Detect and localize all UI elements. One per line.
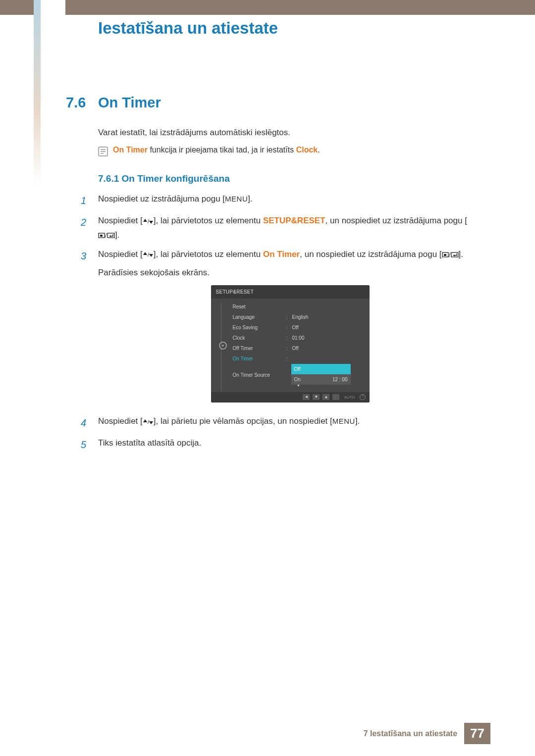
osd-popup-time: 12 : 00 — [332, 375, 348, 384]
svg-text:/: / — [148, 218, 150, 224]
svg-text:/: / — [449, 252, 451, 258]
osd-footer: ◄ ▼ ▲ ► AUTO — [211, 392, 370, 403]
note-kw-ontimer: On Timer — [113, 146, 148, 154]
osd-item-reset: Reset — [233, 302, 286, 311]
step-number: 2 — [81, 214, 98, 231]
intro-text: Varat iestatīt, lai izstrādājums automāt… — [98, 128, 290, 138]
osd-popup-on: On — [294, 375, 301, 384]
svg-marker-4 — [143, 219, 147, 222]
note: On Timer funkcija ir pieejama tikai tad,… — [98, 146, 320, 156]
svg-marker-11 — [109, 235, 111, 237]
osd-screenshot: SETUP&RESET Reset Language:English Eco S… — [211, 285, 370, 403]
menu-button-label: MENU — [225, 195, 248, 203]
note-icon — [98, 147, 108, 156]
step4-b: ], lai pārietu pie vēlamās opcijas, un n… — [154, 416, 332, 426]
select-enter-icon: / — [442, 251, 459, 258]
osd-val-eco: Off — [292, 323, 365, 332]
step3-d: ]. — [459, 250, 463, 259]
note-text: On Timer funkcija ir pieejama tikai tad,… — [113, 146, 320, 154]
svg-text:/: / — [148, 419, 150, 425]
step2-b: ], lai pārvietotos uz elementu — [154, 216, 263, 225]
osd-val-offtimer: Off — [292, 344, 365, 353]
nav-left-icon: ◄ — [303, 394, 310, 400]
menu-button-label: MENU — [332, 417, 355, 425]
step1-text-a: Nospiediet uz izstrādājuma pogu [ — [98, 194, 225, 203]
note-kw-clock: Clock — [296, 146, 318, 154]
step-3: 3 Nospiediet [/], lai pārvietotos uz ele… — [81, 248, 482, 409]
step1-text-b: ]. — [248, 194, 252, 203]
osd-item-ontimersource: On Timer Source — [233, 371, 286, 379]
step2-c: , un nospiediet uz izstrādājuma pogu [ — [325, 216, 467, 225]
svg-rect-16 — [444, 254, 446, 256]
step-list: 1 Nospiediet uz izstrādājuma pogu [MENU]… — [81, 192, 482, 458]
step3-line2: Parādīsies sekojošais ekrāns. — [98, 266, 482, 280]
select-enter-icon: / — [98, 232, 115, 239]
svg-marker-19 — [453, 254, 455, 256]
osd-item-eco: Eco Saving — [233, 323, 286, 332]
step-1: 1 Nospiediet uz izstrādājuma pogu [MENU]… — [81, 192, 482, 209]
up-down-icon: / — [143, 218, 154, 225]
svg-marker-14 — [149, 254, 153, 257]
page-footer: 7 Iestatīšana un atiestate 77 — [364, 723, 490, 744]
up-down-icon: / — [143, 251, 154, 258]
nav-up-icon: ▲ — [322, 394, 329, 400]
step2-a: Nospiediet [ — [98, 216, 143, 225]
osd-popup: Off On12 : 00 — [291, 364, 351, 385]
svg-rect-8 — [100, 235, 103, 237]
osd-popup-off: Off — [294, 365, 301, 373]
section-title: On Timer — [98, 95, 161, 111]
step4-c: ]. — [355, 416, 360, 426]
step-2: 2 Nospiediet [/], lai pārvietotos uz ele… — [81, 214, 482, 243]
section-heading: 7.6 On Timer — [66, 95, 161, 111]
step-number: 3 — [81, 248, 98, 264]
osd-item-offtimer: Off Timer — [233, 344, 286, 353]
svg-marker-22 — [149, 421, 153, 424]
step-5: 5 Tiks iestatīta atlasītā opcija. — [81, 436, 482, 453]
up-down-icon: / — [143, 418, 154, 425]
osd-val-language: English — [292, 313, 365, 321]
side-strip — [34, 0, 41, 738]
osd-val-clock: 01:00 — [292, 334, 365, 342]
gear-icon — [219, 342, 227, 350]
osd-item-clock: Clock — [233, 334, 286, 342]
svg-text:/: / — [105, 232, 107, 239]
svg-marker-20 — [143, 419, 147, 422]
osd-item-language: Language — [233, 313, 286, 321]
step2-d: ]. — [115, 230, 119, 240]
subsection-title: 7.6.1 On Timer konfigurēšana — [98, 173, 230, 184]
svg-marker-6 — [149, 221, 153, 224]
page-number: 77 — [464, 723, 490, 744]
step-number: 5 — [81, 436, 98, 453]
step-number: 4 — [81, 414, 98, 431]
note-tail: . — [318, 146, 320, 154]
osd-menu-list: Reset Language:English Eco Saving:Off Cl… — [230, 302, 365, 390]
svg-marker-12 — [143, 252, 147, 255]
step4-a: Nospiediet [ — [98, 416, 143, 426]
step5-text: Tiks iestatīta atlasītā opcija. — [98, 436, 482, 451]
kw-ontimer: On Timer — [263, 250, 300, 259]
kw-setupreset: SETUP&RESET — [263, 216, 325, 225]
nav-right-icon: ► — [332, 394, 339, 400]
step-4: 4 Nospiediet [/], lai pārietu pie vēlamā… — [81, 414, 482, 431]
step3-a: Nospiediet [ — [98, 250, 143, 259]
osd-auto-label: AUTO — [342, 394, 356, 401]
step3-b: ], lai pārvietotos uz elementu — [154, 250, 263, 259]
osd-item-ontimer: On Timer — [233, 354, 286, 363]
chapter-title: Iestatīšana un atiestate — [98, 19, 278, 38]
section-number: 7.6 — [66, 95, 98, 111]
footer-chapter: 7 Iestatīšana un atiestate — [364, 729, 457, 738]
nav-down-icon: ▼ — [313, 394, 320, 400]
osd-title: SETUP&RESET — [211, 285, 370, 299]
step-number: 1 — [81, 192, 98, 209]
step3-c: , un nospiediet uz izstrādājuma pogu [ — [300, 250, 441, 259]
svg-text:/: / — [148, 252, 150, 257]
power-icon — [360, 394, 366, 400]
note-mid: funkcija ir pieejama tikai tad, ja ir ie… — [148, 146, 296, 154]
top-band — [0, 0, 535, 15]
